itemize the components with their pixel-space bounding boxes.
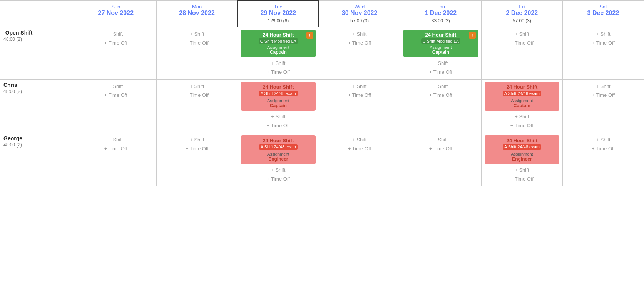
cell-open-shift-fri: + Shift+ Time Off bbox=[481, 27, 562, 79]
shift-card-open-shift-thu[interactable]: 24 Hour ShiftC Shift Modified LAAssignme… bbox=[403, 30, 478, 57]
add-shift-open-shift-sat[interactable]: + Shift bbox=[566, 30, 641, 38]
add-timeoff-open-shift-wed[interactable]: + Time Off bbox=[322, 38, 397, 47]
add-timeoff-open-shift-sun[interactable]: + Time Off bbox=[79, 38, 153, 47]
add-shift-chris-thu[interactable]: + Shift bbox=[403, 82, 478, 91]
add-shift-george-tue[interactable]: + Shift bbox=[241, 166, 316, 174]
row-name-george: George bbox=[3, 135, 72, 141]
row-name-chris: Chris bbox=[3, 82, 72, 88]
cell-open-shift-wed: + Shift+ Time Off bbox=[319, 27, 400, 79]
row-name-open-shift: -Open Shift- bbox=[3, 30, 72, 36]
day-name-thu: Thu bbox=[402, 4, 480, 10]
add-shift-george-thu[interactable]: + Shift bbox=[403, 135, 478, 144]
cell-george-sun: + Shift+ Time Off bbox=[75, 133, 156, 186]
add-timeoff-george-sun[interactable]: + Time Off bbox=[79, 144, 153, 153]
cell-chris-sun: + Shift+ Time Off bbox=[75, 79, 156, 133]
day-date-sat: 3 Dec 2022 bbox=[564, 10, 642, 17]
day-hours-fri: 57:00 (3) bbox=[483, 18, 561, 23]
add-timeoff-george-wed[interactable]: + Time Off bbox=[322, 144, 397, 153]
shift-subtitle-george-tue: A Shift 24/48 exam bbox=[259, 144, 298, 150]
header-fri: Fri2 Dec 202257:00 (3) bbox=[481, 0, 562, 27]
add-shift-george-fri[interactable]: + Shift bbox=[485, 166, 559, 174]
add-timeoff-chris-sat[interactable]: + Time Off bbox=[566, 91, 641, 100]
row-hours-chris: 48:00 (2) bbox=[3, 89, 72, 94]
row-label-george: George48:00 (2) bbox=[0, 133, 75, 186]
row-chris: Chris48:00 (2)+ Shift+ Time Off+ Shift+ … bbox=[0, 79, 644, 133]
add-timeoff-george-thu[interactable]: + Time Off bbox=[403, 144, 478, 153]
add-shift-george-wed[interactable]: + Shift bbox=[322, 135, 397, 144]
shift-card-george-tue[interactable]: 24 Hour ShiftA Shift 24/48 examAssignmen… bbox=[241, 135, 316, 164]
cell-open-shift-tue: 24 Hour ShiftC Shift Modified LAAssignme… bbox=[238, 27, 319, 79]
add-shift-george-sun[interactable]: + Shift bbox=[79, 135, 153, 144]
cell-open-shift-mon: + Shift+ Time Off bbox=[156, 27, 238, 79]
add-shift-chris-sun[interactable]: + Shift bbox=[79, 82, 153, 91]
day-hours-thu: 33:00 (2) bbox=[402, 18, 480, 23]
day-date-wed: 30 Nov 2022 bbox=[321, 10, 398, 17]
add-timeoff-chris-thu[interactable]: + Time Off bbox=[403, 91, 478, 100]
shift-subtitle-open-shift-tue: C Shift Modified LA bbox=[259, 38, 298, 44]
header-mon: Mon28 Nov 2022 bbox=[156, 0, 238, 27]
alert-badge-open-shift-tue: ! bbox=[306, 32, 313, 39]
day-name-sun: Sun bbox=[77, 4, 155, 10]
day-date-tue: 29 Nov 2022 bbox=[239, 10, 317, 17]
day-date-fri: 2 Dec 2022 bbox=[483, 10, 561, 17]
add-timeoff-george-fri[interactable]: + Time Off bbox=[485, 174, 559, 183]
add-timeoff-open-shift-fri[interactable]: + Time Off bbox=[485, 38, 559, 47]
day-date-mon: 28 Nov 2022 bbox=[158, 10, 236, 17]
add-shift-open-shift-wed[interactable]: + Shift bbox=[322, 30, 397, 38]
row-label-chris: Chris48:00 (2) bbox=[0, 79, 75, 133]
add-shift-chris-fri[interactable]: + Shift bbox=[485, 112, 559, 121]
day-hours-tue: 129:00 (6) bbox=[239, 18, 317, 23]
shift-assignment-chris-tue: Assignment bbox=[244, 98, 313, 103]
shift-card-chris-tue[interactable]: 24 Hour ShiftA Shift 24/48 examAssignmen… bbox=[241, 82, 316, 111]
cell-chris-mon: + Shift+ Time Off bbox=[156, 79, 238, 133]
add-shift-open-shift-thu[interactable]: + Shift bbox=[403, 59, 478, 68]
cell-open-shift-sat: + Shift+ Time Off bbox=[562, 27, 644, 79]
add-timeoff-open-shift-mon[interactable]: + Time Off bbox=[160, 38, 234, 47]
add-shift-open-shift-sun[interactable]: + Shift bbox=[79, 30, 153, 38]
add-shift-george-mon[interactable]: + Shift bbox=[160, 135, 234, 144]
cell-george-thu: + Shift+ Time Off bbox=[400, 133, 481, 186]
shift-subtitle-chris-fri: A Shift 24/48 exam bbox=[503, 91, 541, 96]
add-timeoff-chris-wed[interactable]: + Time Off bbox=[322, 91, 397, 100]
add-timeoff-chris-sun[interactable]: + Time Off bbox=[79, 91, 153, 100]
shift-subtitle-open-shift-thu: C Shift Modified LA bbox=[421, 38, 460, 44]
add-timeoff-chris-tue[interactable]: + Time Off bbox=[241, 121, 316, 130]
add-timeoff-open-shift-thu[interactable]: + Time Off bbox=[403, 68, 478, 76]
row-george: George48:00 (2)+ Shift+ Time Off+ Shift+… bbox=[0, 133, 644, 186]
shift-role-open-shift-thu: Captain bbox=[406, 50, 475, 55]
add-timeoff-open-shift-tue[interactable]: + Time Off bbox=[241, 68, 316, 76]
add-shift-chris-mon[interactable]: + Shift bbox=[160, 82, 234, 91]
add-shift-chris-tue[interactable]: + Shift bbox=[241, 112, 316, 121]
add-shift-george-sat[interactable]: + Shift bbox=[566, 135, 641, 144]
shift-title-george-fri: 24 Hour Shift bbox=[488, 138, 556, 143]
shift-assignment-chris-fri: Assignment bbox=[488, 98, 556, 103]
add-timeoff-open-shift-sat[interactable]: + Time Off bbox=[566, 38, 641, 47]
shift-assignment-open-shift-tue: Assignment bbox=[244, 45, 313, 50]
header-tue: Tue29 Nov 2022129:00 (6) bbox=[238, 0, 319, 27]
add-shift-chris-wed[interactable]: + Shift bbox=[322, 82, 397, 91]
add-shift-open-shift-fri[interactable]: + Shift bbox=[485, 30, 559, 38]
row-hours-open-shift: 48:00 (2) bbox=[3, 37, 72, 42]
shift-card-george-fri[interactable]: 24 Hour ShiftA Shift 24/48 examAssignmen… bbox=[485, 135, 559, 164]
add-shift-open-shift-mon[interactable]: + Shift bbox=[160, 30, 234, 38]
shift-card-chris-fri[interactable]: 24 Hour ShiftA Shift 24/48 examAssignmen… bbox=[485, 82, 559, 111]
day-date-sun: 27 Nov 2022 bbox=[77, 10, 155, 17]
cell-chris-thu: + Shift+ Time Off bbox=[400, 79, 481, 133]
add-timeoff-george-mon[interactable]: + Time Off bbox=[160, 144, 234, 153]
add-timeoff-chris-fri[interactable]: + Time Off bbox=[485, 121, 559, 130]
day-name-tue: Tue bbox=[239, 4, 317, 10]
add-shift-open-shift-tue[interactable]: + Shift bbox=[241, 59, 316, 68]
shift-title-open-shift-thu: 24 Hour Shift bbox=[406, 32, 475, 38]
cell-george-wed: + Shift+ Time Off bbox=[319, 133, 400, 186]
add-timeoff-chris-mon[interactable]: + Time Off bbox=[160, 91, 234, 100]
add-shift-chris-sat[interactable]: + Shift bbox=[566, 82, 641, 91]
shift-assignment-george-tue: Assignment bbox=[244, 152, 313, 156]
add-timeoff-george-tue[interactable]: + Time Off bbox=[241, 174, 316, 183]
shift-subtitle-george-fri: A Shift 24/48 exam bbox=[503, 144, 541, 150]
shift-card-open-shift-tue[interactable]: 24 Hour ShiftC Shift Modified LAAssignme… bbox=[241, 30, 316, 57]
day-name-mon: Mon bbox=[158, 4, 236, 10]
cell-chris-sat: + Shift+ Time Off bbox=[562, 79, 644, 133]
shift-assignment-george-fri: Assignment bbox=[488, 152, 556, 156]
add-timeoff-george-sat[interactable]: + Time Off bbox=[566, 144, 641, 153]
cell-chris-fri: 24 Hour ShiftA Shift 24/48 examAssignmen… bbox=[481, 79, 562, 133]
